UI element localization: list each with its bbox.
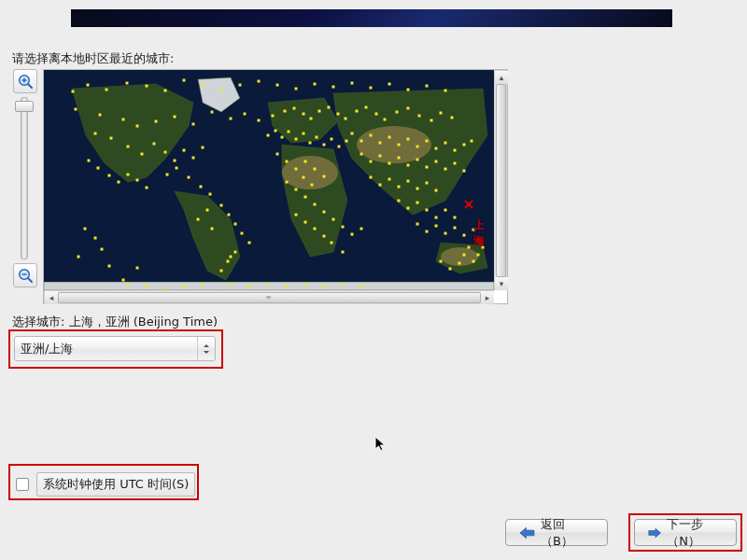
svg-rect-58 — [407, 107, 410, 110]
svg-rect-117 — [286, 181, 289, 184]
scroll-left-button[interactable]: ◂ — [45, 291, 58, 304]
svg-rect-182 — [101, 248, 104, 251]
svg-rect-187 — [136, 267, 139, 270]
svg-rect-60 — [430, 119, 433, 122]
svg-rect-145 — [407, 164, 410, 167]
arrow-left-icon — [519, 526, 535, 539]
timezone-combo[interactable]: 亚洲/上海 — [14, 336, 216, 361]
v-scroll-thumb[interactable] — [496, 84, 506, 277]
svg-rect-162 — [416, 202, 419, 204]
svg-point-10 — [357, 126, 431, 163]
svg-rect-208 — [360, 286, 363, 288]
svg-rect-160 — [398, 200, 401, 203]
svg-rect-44 — [272, 115, 275, 118]
svg-rect-138 — [463, 144, 466, 147]
combo-dropdown-button[interactable] — [197, 337, 215, 360]
svg-rect-149 — [444, 168, 447, 171]
svg-rect-93 — [230, 256, 233, 259]
svg-rect-66 — [141, 153, 144, 156]
zoom-slider-thumb[interactable] — [15, 101, 34, 112]
svg-rect-176 — [342, 226, 345, 229]
svg-rect-52 — [345, 118, 347, 120]
world-map[interactable]: 上海 — [44, 70, 494, 290]
zoom-in-button[interactable] — [13, 69, 37, 93]
svg-rect-151 — [463, 170, 466, 173]
svg-rect-136 — [444, 142, 447, 145]
utc-checkbox-label[interactable]: 系统时钟使用 UTC 时间(S) — [36, 472, 195, 497]
svg-rect-72 — [202, 147, 204, 149]
svg-rect-124 — [314, 228, 317, 231]
svg-rect-34 — [99, 114, 102, 117]
svg-rect-101 — [295, 138, 298, 141]
next-button[interactable]: 下一步（N） — [634, 519, 737, 546]
svg-rect-170 — [435, 225, 438, 228]
svg-rect-121 — [323, 211, 326, 214]
svg-rect-42 — [244, 113, 247, 116]
svg-rect-81 — [176, 167, 178, 170]
svg-rect-43 — [258, 119, 261, 122]
svg-rect-175 — [332, 218, 335, 221]
back-button[interactable]: 返回（B） — [505, 519, 608, 546]
utc-checkbox[interactable] — [16, 478, 29, 491]
svg-rect-196 — [127, 284, 130, 287]
svg-rect-172 — [454, 227, 457, 230]
svg-rect-135 — [435, 147, 438, 150]
svg-rect-163 — [426, 209, 429, 212]
svg-rect-77 — [136, 179, 139, 182]
svg-rect-89 — [248, 242, 251, 245]
svg-rect-181 — [94, 237, 97, 240]
svg-rect-204 — [286, 286, 289, 288]
svg-rect-192 — [463, 254, 466, 257]
svg-rect-178 — [360, 228, 363, 231]
svg-rect-180 — [342, 251, 345, 254]
zoom-slider[interactable] — [21, 97, 28, 259]
svg-rect-166 — [454, 217, 457, 219]
svg-rect-177 — [351, 233, 354, 236]
svg-rect-31 — [426, 85, 429, 88]
svg-rect-24 — [295, 88, 298, 91]
svg-rect-48 — [310, 118, 313, 120]
svg-rect-80 — [166, 174, 169, 176]
svg-rect-47 — [303, 113, 305, 116]
svg-rect-120 — [314, 203, 317, 206]
svg-rect-87 — [234, 223, 237, 226]
svg-rect-111 — [295, 168, 298, 171]
back-button-label: 返回（B） — [541, 516, 594, 550]
svg-rect-131 — [398, 144, 401, 147]
svg-rect-20 — [220, 89, 223, 91]
svg-rect-75 — [118, 181, 120, 184]
map-horizontal-scrollbar[interactable]: ◂ ≡ ▸ — [44, 290, 494, 303]
scroll-right-button[interactable]: ▸ — [481, 291, 494, 304]
svg-rect-125 — [323, 235, 326, 238]
svg-rect-56 — [384, 119, 387, 121]
svg-rect-133 — [416, 146, 419, 148]
svg-rect-155 — [398, 186, 401, 189]
prompt-label: 请选择离本地时区最近的城市: — [12, 50, 174, 67]
svg-rect-112 — [304, 161, 307, 163]
svg-rect-126 — [351, 133, 354, 135]
svg-rect-123 — [304, 221, 307, 224]
svg-rect-68 — [164, 151, 167, 154]
svg-rect-108 — [345, 140, 348, 143]
svg-rect-144 — [398, 157, 401, 160]
svg-rect-39 — [192, 123, 195, 126]
svg-rect-201 — [230, 284, 233, 287]
zoom-out-button[interactable] — [13, 263, 37, 287]
svg-rect-188 — [468, 246, 471, 249]
scroll-up-button[interactable]: ▴ — [495, 71, 508, 84]
svg-rect-23 — [276, 84, 279, 87]
map-vertical-scrollbar[interactable]: ▴ ▾ — [494, 70, 507, 290]
scroll-down-button[interactable]: ▾ — [495, 277, 508, 290]
h-scroll-thumb[interactable]: ≡ — [58, 292, 481, 303]
svg-rect-92 — [220, 270, 223, 273]
svg-rect-65 — [127, 146, 130, 148]
svg-rect-154 — [388, 178, 391, 181]
svg-rect-115 — [303, 176, 305, 179]
svg-rect-137 — [454, 149, 457, 152]
selected-city-label: 选择城市: 上海，亚洲 (Beijing Time) — [12, 314, 218, 330]
svg-rect-141 — [370, 161, 373, 163]
svg-rect-197 — [146, 286, 148, 288]
svg-rect-128 — [370, 134, 373, 137]
svg-rect-103 — [309, 142, 312, 145]
svg-rect-156 — [407, 180, 410, 183]
